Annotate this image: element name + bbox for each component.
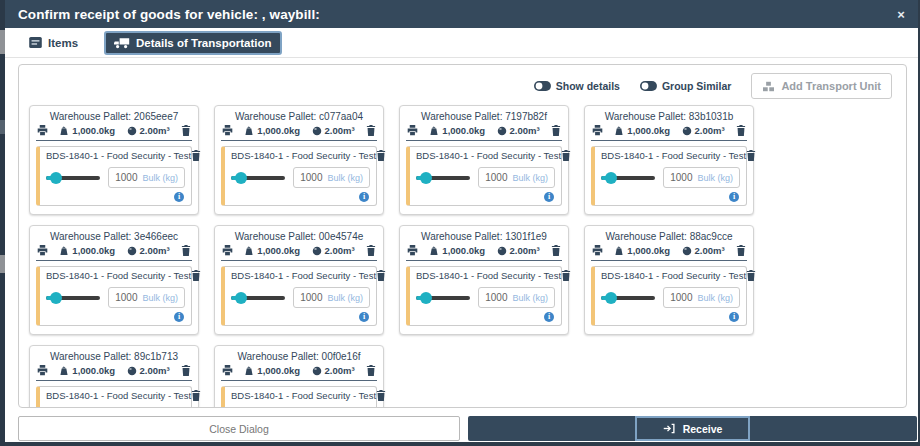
- remove-commodity-icon[interactable]: [191, 390, 201, 401]
- commodity-card: BDS-1840-1 - Food Security - Test 1000 B…: [221, 266, 377, 326]
- close-dialog-button[interactable]: Close Dialog: [18, 416, 460, 441]
- toggle-off-icon: [640, 81, 657, 91]
- delete-pallet-icon[interactable]: [366, 245, 376, 256]
- print-icon[interactable]: [37, 365, 48, 376]
- receive-label: Receive: [683, 423, 723, 435]
- quantity-input[interactable]: 1000 Bulk (kg): [108, 287, 185, 308]
- delete-pallet-icon[interactable]: [366, 125, 376, 136]
- commodity-head: BDS-1840-1 - Food Security - Test: [416, 150, 555, 161]
- tab-details-label: Details of Transportation: [136, 37, 271, 49]
- remove-commodity-icon[interactable]: [746, 150, 756, 161]
- quantity-input[interactable]: 1000 Bulk (kg): [663, 167, 740, 188]
- info-icon[interactable]: i: [544, 312, 554, 322]
- print-icon[interactable]: [407, 245, 418, 256]
- print-icon[interactable]: [37, 245, 48, 256]
- quantity-input[interactable]: 1000 Bulk (kg): [293, 167, 370, 188]
- info-icon[interactable]: i: [729, 192, 739, 202]
- slider-handle[interactable]: [420, 292, 432, 304]
- delete-pallet-icon[interactable]: [366, 365, 376, 376]
- print-icon[interactable]: [592, 245, 603, 256]
- quantity-input[interactable]: 1000 Bulk (kg): [478, 167, 555, 188]
- delete-pallet-icon[interactable]: [551, 125, 561, 136]
- dialog-footer: Close Dialog Receive: [5, 416, 918, 441]
- delete-pallet-icon[interactable]: [736, 245, 746, 256]
- pallet-meta-row: 1,000.0kg 2.00m³: [36, 364, 192, 381]
- slider-handle[interactable]: [235, 172, 247, 184]
- close-icon[interactable]: ×: [897, 7, 905, 22]
- print-icon[interactable]: [37, 125, 48, 136]
- volume-value: 2.00m³: [695, 125, 725, 136]
- pallet-meta-row: 1,000.0kg 2.00m³: [221, 244, 377, 261]
- quantity-slider[interactable]: [231, 296, 285, 300]
- receive-button-bar: Receive: [468, 416, 917, 441]
- delete-pallet-icon[interactable]: [736, 125, 746, 136]
- info-icon[interactable]: i: [174, 312, 184, 322]
- pallet-weight: 1,000.0kg: [244, 125, 300, 136]
- delete-pallet-icon[interactable]: [181, 245, 191, 256]
- quantity-slider[interactable]: [601, 296, 655, 300]
- remove-commodity-icon[interactable]: [376, 150, 386, 161]
- remove-commodity-icon[interactable]: [191, 270, 201, 281]
- remove-commodity-icon[interactable]: [376, 390, 386, 401]
- quantity-input[interactable]: 1000 Bulk (kg): [478, 287, 555, 308]
- quantity-input[interactable]: 1000 Bulk (kg): [663, 287, 740, 308]
- print-icon[interactable]: [222, 125, 233, 136]
- unit-label: Bulk (kg): [512, 173, 548, 183]
- remove-commodity-icon[interactable]: [746, 270, 756, 281]
- tab-items[interactable]: Items: [19, 31, 88, 55]
- quantity-slider[interactable]: [416, 176, 470, 180]
- quantity-slider[interactable]: [601, 176, 655, 180]
- weight-icon: [429, 246, 439, 256]
- commodity-label: BDS-1840-1 - Food Security - Test: [231, 150, 376, 161]
- volume-value: 2.00m³: [325, 245, 355, 256]
- quantity-slider[interactable]: [46, 296, 100, 300]
- pallet-title: Warehouse Pallet: 89c1b713: [36, 348, 192, 364]
- quantity-slider[interactable]: [46, 176, 100, 180]
- quantity-slider[interactable]: [416, 296, 470, 300]
- delete-pallet-icon[interactable]: [181, 125, 191, 136]
- pallet-meta-row: 1,000.0kg 2.00m³: [591, 244, 747, 261]
- info-icon[interactable]: i: [174, 192, 184, 202]
- delete-pallet-icon[interactable]: [551, 245, 561, 256]
- tab-details-of-transportation[interactable]: Details of Transportation: [104, 31, 281, 55]
- weight-icon: [244, 126, 254, 136]
- print-icon[interactable]: [222, 365, 233, 376]
- slider-handle[interactable]: [50, 292, 62, 304]
- remove-commodity-icon[interactable]: [561, 270, 571, 281]
- info-row: i: [231, 308, 370, 322]
- remove-commodity-icon[interactable]: [191, 150, 201, 161]
- receive-button[interactable]: Receive: [635, 416, 751, 441]
- pallet-card: Warehouse Pallet: c077aa04 1,000.0kg 2.0…: [214, 105, 384, 215]
- volume-icon: [127, 126, 137, 136]
- remove-commodity-icon[interactable]: [561, 150, 571, 161]
- slider-handle[interactable]: [50, 172, 62, 184]
- info-icon[interactable]: i: [729, 312, 739, 322]
- info-icon[interactable]: i: [359, 192, 369, 202]
- slider-handle[interactable]: [605, 172, 617, 184]
- quantity-input[interactable]: 1000 Bulk (kg): [293, 287, 370, 308]
- slider-handle[interactable]: [420, 172, 432, 184]
- info-icon[interactable]: i: [544, 192, 554, 202]
- slider-handle[interactable]: [235, 292, 247, 304]
- quantity-input[interactable]: 1000 Bulk (kg): [108, 407, 185, 408]
- volume-value: 2.00m³: [140, 245, 170, 256]
- delete-pallet-icon[interactable]: [181, 365, 191, 376]
- info-icon[interactable]: i: [359, 312, 369, 322]
- add-transport-unit-button[interactable]: Add Transport Unit: [751, 73, 892, 99]
- weight-icon: [614, 126, 624, 136]
- pallet-title: Warehouse Pallet: 3e466eec: [36, 228, 192, 244]
- print-icon[interactable]: [407, 125, 418, 136]
- quantity-slider[interactable]: [231, 176, 285, 180]
- print-icon[interactable]: [592, 125, 603, 136]
- remove-commodity-icon[interactable]: [376, 270, 386, 281]
- pallet-meta-row: 1,000.0kg 2.00m³: [221, 364, 377, 381]
- slider-handle[interactable]: [605, 292, 617, 304]
- volume-value: 2.00m³: [695, 245, 725, 256]
- show-details-toggle[interactable]: Show details: [534, 80, 620, 92]
- quantity-input[interactable]: 1000 Bulk (kg): [293, 407, 370, 408]
- group-similar-toggle[interactable]: Group Similar: [640, 80, 731, 92]
- weight-icon: [59, 246, 69, 256]
- quantity-input[interactable]: 1000 Bulk (kg): [108, 167, 185, 188]
- commodity-label: BDS-1840-1 - Food Security - Test: [46, 150, 191, 161]
- print-icon[interactable]: [222, 245, 233, 256]
